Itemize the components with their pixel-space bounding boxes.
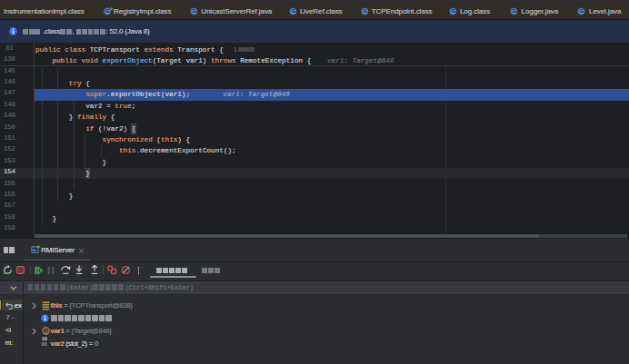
svg-text:C: C	[512, 9, 516, 15]
svg-text:C: C	[579, 9, 584, 15]
svg-text:C: C	[363, 9, 367, 15]
svg-text:C: C	[192, 9, 196, 15]
svg-text:C: C	[291, 9, 295, 15]
svg-text:C: C	[451, 9, 455, 15]
svg-text:p: p	[44, 328, 47, 335]
svg-text:C: C	[105, 9, 109, 15]
